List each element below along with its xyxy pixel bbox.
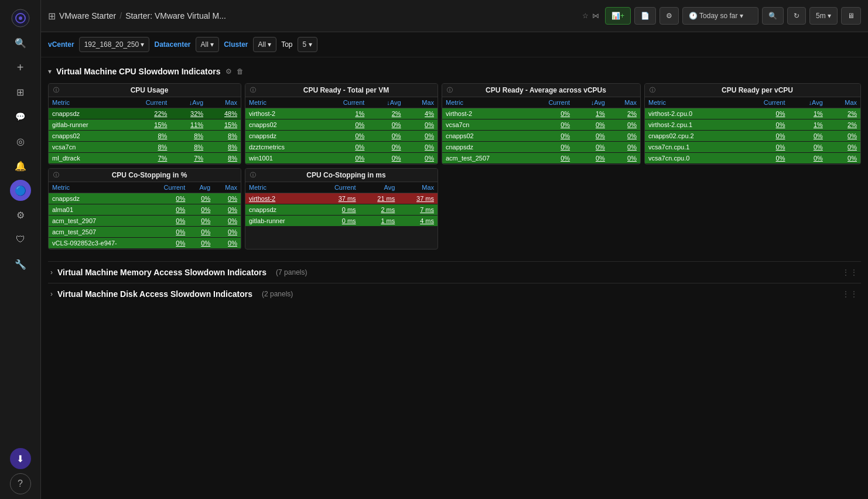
vcenter-label: vCenter xyxy=(48,40,74,49)
top-label: Top xyxy=(281,40,292,49)
display-button[interactable]: 🖥 xyxy=(841,7,861,25)
section3-dots: ⋮⋮ xyxy=(842,290,859,298)
col-metric: Metric xyxy=(245,97,319,108)
col-current: Current xyxy=(319,97,368,108)
info-icon2: ⓘ xyxy=(250,86,256,94)
sidebar-tools-icon[interactable]: 🔧 xyxy=(10,254,31,275)
col-metric: Metric xyxy=(645,97,738,108)
col-current: Current xyxy=(527,97,573,108)
filterbar: vCenter 192_168_20_250 ▾ Datacenter All … xyxy=(41,32,868,57)
vcenter-select[interactable]: 192_168_20_250 ▾ xyxy=(79,37,150,52)
section1-chevron: ▾ xyxy=(48,67,52,76)
panel-grid-row2: ⓘ CPU Co-Stopping in % Metric Current Av… xyxy=(48,168,861,249)
panel-cpu-ready-total-title: CPU Ready - Total per VM xyxy=(259,86,433,94)
cpu-ready-vcpu-table: Metric Current ↓Avg Max virthost-2.cpu.0… xyxy=(645,97,860,164)
section3-subtitle: (2 panels) xyxy=(262,290,293,298)
col-current: Current xyxy=(314,182,359,193)
col-avg: Avg xyxy=(189,182,214,193)
dashboard-name: Starter: VMware Virtual M... xyxy=(125,11,226,20)
datacenter-label: Datacenter xyxy=(154,40,190,49)
sidebar-download-icon[interactable]: ⬇ xyxy=(10,448,31,469)
col-max: Max xyxy=(214,182,241,193)
panel-cpu-costop-pct-title: CPU Co-Stopping in % xyxy=(63,171,236,179)
section3-header[interactable]: › Virtual Machine Disk Access Slowdown I… xyxy=(48,283,861,305)
sidebar-active-icon[interactable]: 🔵 xyxy=(10,180,31,201)
panel-cpu-costop-ms-header: ⓘ CPU Co-Stopping in ms xyxy=(245,169,438,182)
info-icon4: ⓘ xyxy=(650,86,655,94)
panel-cpu-ready-avg: ⓘ CPU Ready - Average across vCPUs Metri… xyxy=(442,83,641,165)
cpu-costop-ms-table: Metric Current Avg Max virthost-237 ms21… xyxy=(245,182,438,227)
col-current: Current xyxy=(149,182,189,193)
section1-header[interactable]: ▾ Virtual Machine CPU Slowdown Indicator… xyxy=(48,63,861,80)
panel-cpu-ready-vcpu: ⓘ CPU Ready per vCPU Metric Current ↓Avg… xyxy=(644,83,861,165)
col-max: Max xyxy=(207,97,241,108)
panel-cpu-usage-title: CPU Usage xyxy=(63,86,236,94)
sidebar-alerting-icon[interactable]: ◎ xyxy=(10,131,31,152)
panel-cpu-costop-ms-title: CPU Co-Stopping in ms xyxy=(259,171,433,179)
panel-cpu-usage-header: ⓘ CPU Usage xyxy=(49,84,241,97)
info-icon3: ⓘ xyxy=(447,86,453,94)
sidebar-explore-icon[interactable]: 💬 xyxy=(10,106,31,127)
panel-cpu-ready-avg-title: CPU Ready - Average across vCPUs xyxy=(456,86,635,94)
sidebar-dashboards-icon[interactable]: ⊞ xyxy=(10,81,31,102)
time-range-button[interactable]: 🕐 Today so far ▾ xyxy=(682,7,758,25)
section1-settings-icon[interactable]: ⚙ xyxy=(225,67,232,76)
section1-title: Virtual Machine CPU Slowdown Indicators xyxy=(56,67,221,76)
sidebar-help-icon[interactable]: ? xyxy=(10,473,31,494)
refresh-button[interactable]: ↻ xyxy=(787,7,806,25)
panel-cpu-ready-total: ⓘ CPU Ready - Total per VM Metric Curren… xyxy=(245,83,438,165)
panel-cpu-costop-pct-header: ⓘ CPU Co-Stopping in % xyxy=(49,169,241,182)
search-button[interactable]: 🔍 xyxy=(762,7,784,25)
col-avg: Avg xyxy=(360,182,399,193)
panel-cpu-usage: ⓘ CPU Usage Metric Current ↓Avg Max cnap… xyxy=(48,83,241,165)
panel-cpu-ready-avg-header: ⓘ CPU Ready - Average across vCPUs xyxy=(442,84,640,97)
section1-delete-icon[interactable]: 🗑 xyxy=(237,67,244,76)
top-select[interactable]: 5 ▾ xyxy=(298,37,317,52)
datacenter-select[interactable]: All ▾ xyxy=(196,37,220,52)
info-icon5: ⓘ xyxy=(53,171,59,179)
cluster-select[interactable]: All ▾ xyxy=(253,37,277,52)
col-avg: ↓Avg xyxy=(573,97,609,108)
breadcrumb-separator: / xyxy=(119,11,122,20)
section2-title: Virtual Machine Memory Access Slowdown I… xyxy=(57,268,266,277)
col-metric: Metric xyxy=(245,182,314,193)
breadcrumb: ⊞ VMware Starter / Starter: VMware Virtu… xyxy=(48,11,576,22)
section2-dots: ⋮⋮ xyxy=(842,268,859,276)
app-name: VMware Starter xyxy=(59,11,116,20)
col-avg: ↓Avg xyxy=(170,97,207,108)
section3-title: Virtual Machine Disk Access Slowdown Ind… xyxy=(57,289,252,299)
sidebar-add-icon[interactable]: + xyxy=(10,57,31,78)
panel-cpu-costop-pct: ⓘ CPU Co-Stopping in % Metric Current Av… xyxy=(48,168,241,249)
grid-icon: ⊞ xyxy=(48,11,56,22)
col-max: Max xyxy=(398,182,438,193)
view-button[interactable]: 📄 xyxy=(634,7,656,25)
section2-subtitle: (7 panels) xyxy=(276,268,307,276)
star-icon[interactable]: ☆ xyxy=(582,12,589,20)
panel-cpu-ready-total-header: ⓘ CPU Ready - Total per VM xyxy=(245,84,438,97)
col-avg: ↓Avg xyxy=(788,97,826,108)
panel-grid-row1: ⓘ CPU Usage Metric Current ↓Avg Max cnap… xyxy=(48,83,861,165)
section2-header[interactable]: › Virtual Machine Memory Access Slowdown… xyxy=(48,261,861,283)
col-current: Current xyxy=(122,97,171,108)
sidebar-search-icon[interactable]: 🔍 xyxy=(10,32,31,53)
col-metric: Metric xyxy=(442,97,527,108)
col-metric: Metric xyxy=(49,97,122,108)
topbar-actions: 📊+ 📄 ⚙ 🕐 Today so far ▾ 🔍 ↻ 5m ▾ 🖥 xyxy=(605,7,861,25)
sidebar-shield-icon[interactable]: 🛡 xyxy=(10,229,31,250)
col-max: Max xyxy=(826,97,860,108)
info-icon6: ⓘ xyxy=(250,171,256,179)
cpu-ready-avg-table: Metric Current ↓Avg Max virthost-20%1%2%… xyxy=(442,97,640,164)
sidebar-notifications-icon[interactable]: 🔔 xyxy=(10,155,31,176)
sidebar-settings-icon[interactable]: ⚙ xyxy=(10,204,31,225)
interval-button[interactable]: 5m ▾ xyxy=(809,7,838,25)
cpu-usage-table: Metric Current ↓Avg Max cnappsdz22%32%48… xyxy=(49,97,241,164)
share-icon[interactable]: ⋈ xyxy=(592,12,599,20)
topbar: ⊞ VMware Starter / Starter: VMware Virtu… xyxy=(41,0,868,32)
info-icon: ⓘ xyxy=(53,86,59,94)
add-panel-button[interactable]: 📊+ xyxy=(605,7,631,25)
settings-button[interactable]: ⚙ xyxy=(659,7,679,25)
svg-point-2 xyxy=(19,16,22,20)
panel-cpu-costop-ms: ⓘ CPU Co-Stopping in ms Metric Current A… xyxy=(245,168,438,249)
col-metric: Metric xyxy=(49,182,149,193)
col-avg: ↓Avg xyxy=(368,97,404,108)
